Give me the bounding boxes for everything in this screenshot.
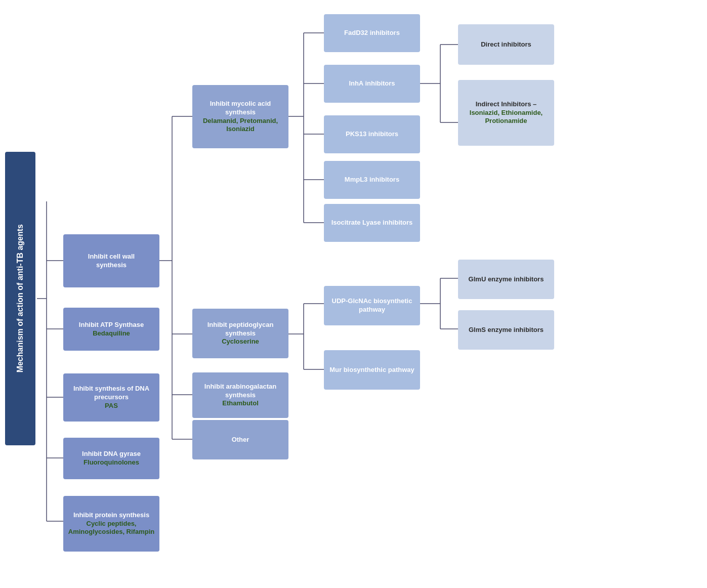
- l3-pks13-box: PKS13 inhibitors: [324, 115, 420, 153]
- l4-indirect-box: Indirect Inhibitors – Isoniazid, Ethiona…: [458, 80, 554, 146]
- l1-gyrase-box: Inhibit DNA gyrase Fluoroquinolones: [63, 438, 159, 479]
- l3-mmpl3-box: MmpL3 inhibitors: [324, 161, 420, 199]
- l1-atp-box: Inhibit ATP Synthase Bedaquiline: [63, 308, 159, 351]
- l3-mur-box: Mur biosynthethic pathway: [324, 350, 420, 390]
- l2-peptido-box: Inhibit peptidoglycan synthesis Cycloser…: [192, 309, 288, 358]
- l1-cellwall-box: Inhibit cell wallsynthesis: [63, 234, 159, 287]
- root-text: Mechanism of action of anti-TB agents: [15, 224, 26, 372]
- diagram-container: Mechanism of action of anti-TB agents In…: [5, 5, 702, 583]
- l3-isocitrate-box: Isocitrate Lyase inhibitors: [324, 204, 420, 242]
- l1-dna-box: Inhibit synthesis of DNA precursors PAS: [63, 373, 159, 422]
- l4-glmu-box: GlmU enzyme inhibitors: [458, 260, 554, 299]
- l1-protein-box: Inhibit protein synthesis Cyclic peptide…: [63, 496, 159, 552]
- l3-fadd32-box: FadD32 inhibitors: [324, 14, 420, 52]
- l4-glms-box: GlmS enzyme inhibitors: [458, 310, 554, 350]
- l3-inha-box: InhA inhibitors: [324, 65, 420, 103]
- l2-other-box: Other: [192, 420, 288, 459]
- root-label: Mechanism of action of anti-TB agents: [5, 152, 35, 445]
- l3-udp-box: UDP-GlcNAc biosynthetic pathway: [324, 286, 420, 325]
- l4-direct-label: Direct inhibitors: [481, 40, 531, 49]
- l2-mycolic-box: Inhibit mycolic acid synthesis Delamanid…: [192, 85, 288, 148]
- l4-direct-box: Direct inhibitors: [458, 24, 554, 65]
- l2-arabino-box: Inhibit arabinogalactan synthesis Ethamb…: [192, 372, 288, 418]
